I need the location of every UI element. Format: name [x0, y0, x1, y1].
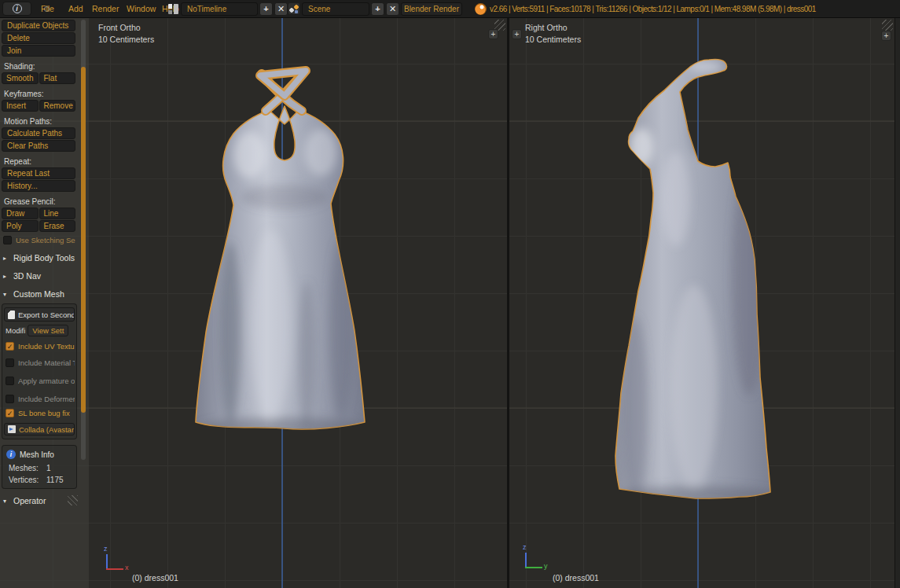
collada-file-icon	[8, 425, 16, 433]
view-name-label: Front Ortho	[98, 23, 141, 32]
panel-custom-mesh[interactable]: ▾ Custom Mesh	[3, 288, 75, 300]
checkbox-icon	[3, 236, 12, 244]
x-axis-arm	[106, 568, 123, 570]
viewport-divider[interactable]	[507, 18, 509, 588]
active-object-label: (0) dress001	[132, 573, 178, 582]
blender-logo-icon	[475, 3, 487, 15]
mesh-info-title: Mesh Info	[20, 450, 54, 459]
expand-right-icon: ▸	[3, 255, 10, 262]
flat-button[interactable]: Flat	[39, 72, 76, 84]
delete-button[interactable]: Delete	[2, 32, 75, 44]
meshes-row: Meshes: 1	[9, 464, 75, 472]
checkbox-checked-icon: ✓	[6, 342, 14, 351]
delete-layout-button[interactable]: ✕	[274, 2, 288, 16]
gp-draw-button[interactable]: Draw	[2, 208, 39, 219]
checkbox-label: SL bone bug fix	[18, 409, 70, 417]
calculate-paths-button[interactable]: Calculate Paths	[2, 127, 75, 139]
x-axis-label: x	[125, 564, 129, 571]
join-button[interactable]: Join	[2, 45, 75, 57]
insert-keyframe-button[interactable]: Insert	[2, 100, 39, 112]
render-engine-selector[interactable]: Blender Render	[401, 2, 462, 16]
view-settings-button[interactable]: View Sett	[28, 325, 68, 336]
motion-paths-label: Motion Paths:	[4, 117, 75, 126]
screen-layout-selector[interactable]: NoTimeline	[181, 2, 258, 16]
clear-paths-button[interactable]: Clear Paths	[2, 140, 75, 152]
expand-down-icon: ▾	[3, 291, 10, 298]
gp-line-button[interactable]: Line	[39, 208, 76, 219]
viewport-right[interactable]: Right Ortho 10 Centimeters + + z y (0) d…	[509, 18, 894, 588]
panel-3d-nav[interactable]: ▸ 3D Nav	[3, 270, 75, 281]
grid-scale-label: 10 Centimeters	[525, 35, 581, 44]
delete-scene-button[interactable]: ✕	[386, 2, 399, 16]
panel-title: 3D Nav	[13, 271, 41, 281]
export-label: Export to Second	[18, 311, 75, 319]
remove-keyframe-button[interactable]: Remove	[39, 100, 76, 112]
info-icon: i	[6, 450, 16, 459]
collada-export-button[interactable]: Collada (Avastar) (.	[4, 423, 75, 435]
file-icon	[8, 311, 15, 319]
checkbox-icon	[6, 395, 14, 403]
view-name-label: Right Ortho	[525, 23, 568, 32]
menu-add[interactable]: Add	[68, 4, 83, 13]
screen-layout-icon[interactable]	[168, 4, 178, 14]
gp-erase-button[interactable]: Erase	[39, 220, 76, 232]
shelf-scrollbar-thumb[interactable]	[81, 67, 86, 413]
editor-type-button[interactable]: i	[2, 2, 31, 16]
history-button[interactable]: History...	[2, 180, 75, 192]
y-axis-arm	[525, 567, 542, 568]
checkbox-icon	[6, 377, 14, 385]
add-layout-button[interactable]: +	[259, 2, 273, 16]
tool-shelf: Duplicate Objects Delete Join Shading: S…	[0, 18, 89, 588]
duplicate-objects-button[interactable]: Duplicate Objects	[2, 20, 75, 31]
gp-poly-button[interactable]: Poly	[2, 220, 39, 232]
include-material-checkbox[interactable]: Include Material T	[6, 358, 75, 368]
scene-icon[interactable]	[288, 3, 299, 14]
z-axis-label: z	[104, 545, 108, 553]
checkbox-icon	[6, 358, 14, 367]
menu-render[interactable]: Render	[92, 4, 119, 13]
blender-window: i File Add Render Window Help NoTimeline…	[0, 0, 900, 588]
add-scene-button[interactable]: +	[371, 2, 384, 16]
repeat-last-button[interactable]: Repeat Last	[2, 167, 75, 179]
panel-operator[interactable]: ▾ Operator	[3, 495, 75, 506]
viewport-front[interactable]: Front Ortho 10 Centimeters + z x (0) dre…	[0, 18, 507, 588]
sl-bone-bug-fix-checkbox[interactable]: ✓ SL bone bug fix	[6, 408, 75, 418]
scene-selector[interactable]: Scene	[302, 2, 369, 16]
include-deformer-checkbox[interactable]: Include Deformer	[6, 394, 75, 404]
modif-label: Modifi	[6, 326, 25, 335]
expand-down-icon: ▾	[3, 498, 10, 505]
menu-file[interactable]: File	[41, 4, 54, 13]
grease-pencil-label: Grease Pencil:	[4, 197, 75, 206]
checkbox-label: Apply armature o	[18, 377, 75, 385]
collada-label: Collada (Avastar) (.	[19, 425, 75, 434]
include-uv-checkbox[interactable]: ✓ Include UV Textur	[6, 341, 75, 351]
menu-window[interactable]: Window	[127, 4, 156, 13]
panel-resize-grip-icon[interactable]	[68, 495, 78, 505]
mesh-info-panel: i Mesh Info Meshes: 1 Vertices: 1175	[2, 445, 77, 489]
y-axis-label: y	[544, 562, 548, 570]
checkbox-label: Include Material T	[18, 358, 75, 367]
expand-properties-button[interactable]: +	[488, 29, 498, 39]
corner-resize-grip-icon[interactable]	[882, 20, 893, 31]
checkbox-label: Include Deformer	[18, 395, 75, 403]
expand-toolshelf-button[interactable]: +	[512, 29, 522, 39]
meshes-label: Meshes:	[9, 464, 46, 472]
panel-rigid-body-tools[interactable]: ▸ Rigid Body Tools	[3, 252, 75, 263]
vertices-value: 1175	[46, 476, 64, 484]
repeat-label: Repeat:	[4, 157, 75, 166]
smooth-button[interactable]: Smooth	[2, 72, 39, 84]
use-sketching-session-checkbox[interactable]: Use Sketching Sessi	[3, 235, 75, 245]
top-header-bar: i File Add Render Window Help NoTimeline…	[0, 0, 900, 18]
export-to-second-button[interactable]: Export to Second	[4, 307, 75, 322]
vertices-label: Vertices:	[9, 476, 46, 484]
apply-armature-checkbox[interactable]: Apply armature o	[6, 376, 75, 386]
active-object-label: (0) dress001	[553, 573, 599, 582]
expand-properties-button[interactable]: +	[881, 31, 891, 41]
z-axis-arm	[106, 554, 108, 570]
panel-title: Custom Mesh	[13, 289, 64, 299]
z-axis-label: z	[523, 543, 527, 551]
custom-mesh-panel: Export to Second Modifi View Sett ✓ Incl…	[2, 303, 77, 439]
vertices-row: Vertices: 1175	[9, 476, 75, 484]
scene-statistics: v2.66 | Verts:5911 | Faces:10178 | Tris:…	[490, 5, 897, 13]
panel-title: Operator	[13, 496, 46, 505]
